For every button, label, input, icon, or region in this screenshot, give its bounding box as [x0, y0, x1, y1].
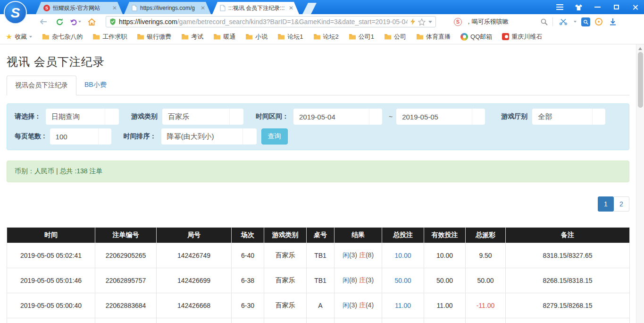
scrollbar-up-icon[interactable]	[638, 47, 642, 50]
cell-payout: 9.50	[466, 243, 506, 268]
stepper-segment[interactable]	[98, 128, 111, 144]
security-shield-icon[interactable]	[109, 18, 116, 26]
game-type-select[interactable]: 百家乐	[162, 109, 243, 125]
favorites-star-icon: ★	[6, 33, 12, 41]
page-size-label: 每页笔数 :	[15, 132, 45, 141]
undo-dropdown-icon[interactable]	[78, 21, 81, 23]
browser-tab-title: :::视讯 会员下注纪录:::	[228, 4, 285, 12]
toolbar-divider	[552, 17, 553, 26]
filter-panel: 请选择： 日期查询 游戏类别 百家乐 时间区间： 2019-05-04 ~ 20…	[7, 103, 629, 150]
hall-select[interactable]: 全部	[532, 109, 605, 125]
refresh-icon[interactable]	[54, 16, 65, 27]
tab-bb-tip[interactable]: BB小费	[76, 76, 115, 95]
cell-game-type: 百家乐	[264, 293, 307, 318]
bookmark-folder[interactable]: 杂七杂八的	[42, 33, 83, 41]
bookmark-qq-mail[interactable]: QQ邮箱	[460, 33, 492, 41]
query-type-select[interactable]: 日期查询	[46, 109, 119, 125]
datepicker-segment[interactable]	[472, 109, 485, 125]
bookmark-folder[interactable]: 论坛1	[277, 33, 303, 41]
page-size-input[interactable]: 100	[50, 128, 111, 144]
favorites-button[interactable]: ★ 收藏	[6, 33, 32, 41]
select-type-label: 请选择：	[15, 112, 41, 121]
close-button[interactable]	[631, 3, 639, 11]
bookmark-label: 小说	[255, 33, 268, 41]
cell-table-code: TB1	[307, 243, 335, 268]
dropdown-segment[interactable]	[229, 109, 243, 125]
theme-skin-icon[interactable]	[574, 3, 583, 11]
cell-bet-id: 22062873449	[95, 318, 157, 323]
home-icon[interactable]	[86, 16, 97, 27]
cell-remark: 8279.15/8268.15	[506, 293, 630, 318]
back-icon[interactable]	[38, 16, 49, 27]
scrollbar-thumb[interactable]	[638, 52, 643, 108]
new-tab-button[interactable]	[302, 3, 317, 14]
sogou-explore-icon[interactable]	[581, 17, 590, 26]
cell-total-bet: 50.00	[382, 268, 424, 293]
site-favicon-icon: S	[43, 5, 50, 11]
dropdown-segment[interactable]	[243, 128, 257, 144]
cell-result: 闲(8) 庄(3)	[335, 268, 382, 293]
url-text[interactable]: https://liverings.com/game/betrecord_sea…	[119, 18, 408, 26]
tab-close-icon[interactable]: ✕	[111, 5, 118, 11]
dropdown-segment[interactable]	[592, 109, 605, 125]
cell-game-type: 百家乐	[264, 243, 307, 268]
menu-icon[interactable]	[555, 3, 564, 11]
minimize-button[interactable]	[593, 3, 602, 11]
page-number-button[interactable]: 1	[598, 196, 614, 212]
address-bar[interactable]: https://liverings.com/game/betrecord_sea…	[106, 16, 436, 27]
datepicker-segment[interactable]	[369, 109, 382, 125]
bookmark-folder[interactable]: 体育直播	[416, 33, 451, 41]
dropdown-segment[interactable]	[105, 109, 119, 125]
bookmark-label: 公司1	[359, 33, 374, 41]
page-scrollbar[interactable]	[636, 44, 644, 323]
lightning-icon[interactable]	[410, 18, 415, 25]
cell-result: 闲(3) 庄(4)	[335, 293, 382, 318]
bookmark-folder[interactable]: 银行缴费	[137, 33, 171, 41]
table-header-cell: 备注	[506, 228, 630, 243]
assistant-icon[interactable]	[595, 18, 602, 26]
tab-video-bet-records[interactable]: 视讯会员下注纪录	[7, 76, 76, 95]
download-icon[interactable]	[607, 16, 619, 27]
total-bet-link[interactable]: 10.00	[394, 252, 411, 259]
total-bet-link[interactable]: 11.00	[395, 302, 411, 309]
date-end-input[interactable]: 2019-05-05	[396, 109, 485, 125]
favorites-dropdown-icon[interactable]	[29, 36, 32, 38]
search-icon[interactable]	[540, 18, 548, 26]
date-start-input[interactable]: 2019-05-04	[293, 109, 382, 125]
sort-select[interactable]: 降幂(由大到小)	[161, 128, 257, 144]
bookmark-folder[interactable]: 公司	[384, 33, 406, 41]
bookmark-folder[interactable]: 考试	[181, 33, 203, 41]
browser-tab-3-active[interactable]: :::视讯 会员下注纪录::: ✕	[212, 2, 299, 14]
scissors-dropdown-icon[interactable]	[574, 21, 577, 23]
maximize-button[interactable]	[612, 3, 620, 11]
undo-icon[interactable]	[70, 18, 81, 26]
cell-round-id: 142426749	[157, 243, 232, 268]
bookmark-label: 银行缴费	[147, 33, 171, 41]
bookmark-star-icon[interactable]	[418, 18, 426, 26]
bookmark-folder[interactable]: 公司1	[349, 33, 374, 41]
bookmark-folder[interactable]: 小说	[245, 33, 268, 41]
tab-close-icon[interactable]: ✕	[288, 5, 294, 11]
query-button[interactable]: 查询	[261, 128, 288, 144]
browser-tab-2[interactable]: https://liverings.com/g ✕	[124, 2, 211, 14]
bookmark-chongqing-site[interactable]: 重庆川维石	[502, 33, 542, 41]
cell-session: 6-38	[232, 268, 264, 293]
sogou-browser-logo[interactable]: S	[4, 1, 27, 24]
tab-close-icon[interactable]: ✕	[200, 5, 206, 11]
bookmark-folder[interactable]: 论坛2	[313, 33, 339, 41]
table-header-cell: 时间	[7, 228, 95, 243]
cell-result: 闲(3) 庄(8)	[335, 243, 382, 268]
browser-search-box[interactable]: S ，喝可乐很咳嗽	[454, 17, 548, 26]
screenshot-scissors-icon[interactable]	[558, 16, 569, 27]
address-dropdown-icon[interactable]	[428, 21, 432, 23]
browser-tab-1[interactable]: S 恒耀娱乐-官方网站 ✕	[36, 2, 123, 14]
cell-time: 2019-05-05 05:00:40	[7, 293, 95, 318]
browser-tab-title: https://liverings.com/g	[140, 5, 197, 11]
search-input[interactable]: ，喝可乐很咳嗽	[466, 17, 536, 26]
total-bet-link[interactable]: 50.00	[394, 277, 411, 284]
cell-remark: 8268.15/8318.15	[506, 268, 630, 293]
page-number-button[interactable]: 2	[613, 196, 629, 212]
cell-game-type: 百家乐	[264, 318, 307, 323]
bookmark-folder[interactable]: 工作求职	[92, 33, 127, 41]
bookmark-folder[interactable]: 暖通	[213, 33, 235, 41]
